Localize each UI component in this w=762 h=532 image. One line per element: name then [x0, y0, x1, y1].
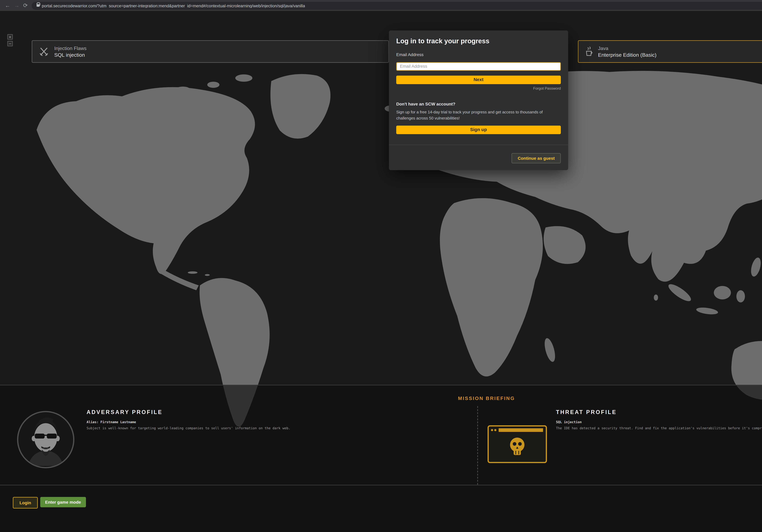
- continue-as-guest-button[interactable]: Continue as guest: [512, 153, 561, 163]
- login-modal-footer: Continue as guest: [389, 144, 568, 170]
- mission-briefing-title: MISSION BRIEFING: [0, 396, 762, 401]
- email-input[interactable]: [396, 62, 561, 70]
- adversary-profile: ADVERSARY PROFILE Alias: Firstname Lastn…: [87, 409, 343, 430]
- email-label: Email Address: [396, 52, 561, 57]
- adversary-alias: Alias: Firstname Lastname: [87, 420, 343, 424]
- zoom-in-button[interactable]: +: [7, 34, 13, 39]
- next-button[interactable]: Next: [396, 75, 561, 84]
- adversary-avatar: [17, 411, 74, 468]
- briefing-dashed-divider: [477, 406, 478, 485]
- quest-card[interactable]: Injection Flaws SQL injection: [32, 40, 389, 63]
- reload-icon[interactable]: ⟳: [23, 0, 28, 11]
- map-zoom-controls: + −: [7, 34, 13, 46]
- adversary-portrait: [18, 412, 73, 467]
- login-button[interactable]: Login: [13, 497, 38, 508]
- threat-skull-icon: [487, 425, 547, 463]
- threat-profile: THREAT PROFILE SQL injection The IDE has…: [556, 409, 762, 430]
- java-icon: [584, 46, 593, 57]
- forgot-password-link[interactable]: Forgot Password: [396, 86, 561, 90]
- address-bar[interactable]: portal.securecodewarrior.com/?utm_source…: [32, 2, 762, 9]
- briefing-section-backdrop: [0, 385, 762, 532]
- language-framework: Enterprise Edition (Basic): [598, 51, 656, 58]
- zoom-out-button[interactable]: −: [7, 41, 13, 46]
- forward-icon[interactable]: →: [14, 0, 20, 11]
- threat-name: SQL injection: [556, 420, 762, 424]
- portal-page: + − Injection Flaws SQL injection: [0, 11, 762, 532]
- language-name: Java: [598, 45, 656, 51]
- login-modal-title: Log in to track your progress: [389, 31, 568, 50]
- threat-description: The IDE has detected a security threat. …: [556, 425, 762, 430]
- adversary-title: ADVERSARY PROFILE: [87, 409, 343, 415]
- footer-divider: [0, 485, 762, 485]
- browser-toolbar: ← → ⟳ portal.securecodewarrior.com/?utm_…: [0, 0, 762, 11]
- screenshot-root: ← → ⟳ portal.securecodewarrior.com/?utm_…: [0, 0, 762, 532]
- url-text: portal.securecodewarrior.com/?utm_source…: [42, 3, 305, 8]
- language-selector[interactable]: Java Enterprise Edition (Basic) REMEMBER…: [578, 40, 762, 63]
- quest-category: Injection Flaws: [54, 45, 87, 51]
- login-modal: Log in to track your progress Email Addr…: [389, 31, 568, 170]
- adversary-description: Subject is well-known for targeting worl…: [87, 425, 343, 430]
- threat-title: THREAT PROFILE: [556, 409, 762, 415]
- crossed-swords-icon: [38, 46, 49, 57]
- lock-icon: [36, 4, 39, 7]
- signup-description: Sign up for a free 14-day trial to track…: [396, 109, 561, 121]
- signup-button[interactable]: Sign up: [396, 125, 561, 134]
- quest-name: SQL injection: [54, 51, 87, 58]
- no-account-text: Don't have an SCW account?: [396, 102, 561, 106]
- back-icon[interactable]: ←: [5, 0, 10, 11]
- enter-game-mode-button[interactable]: Enter game mode: [40, 497, 86, 507]
